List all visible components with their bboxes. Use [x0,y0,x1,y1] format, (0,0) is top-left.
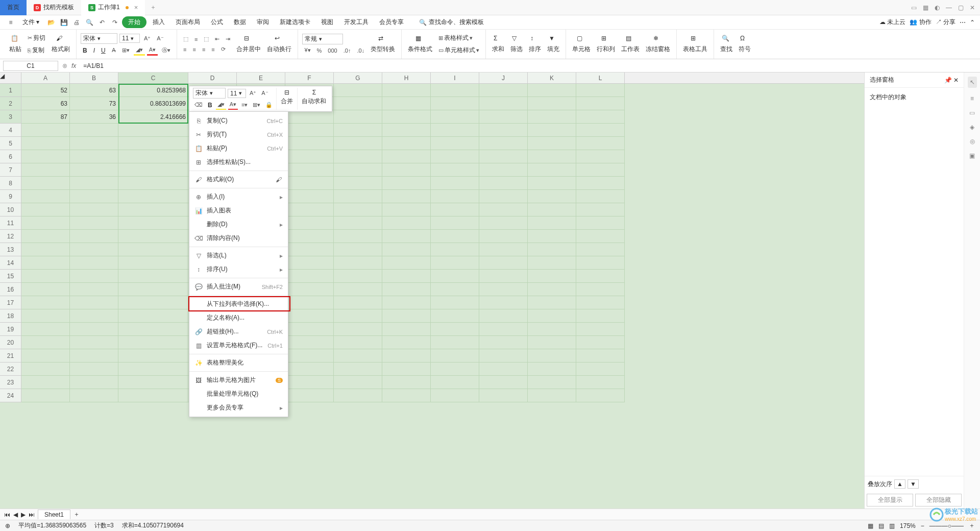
cell[interactable] [479,323,528,336]
tab-review[interactable]: 审阅 [252,16,274,28]
row-header[interactable]: 20 [0,336,21,349]
zoom-in-icon[interactable]: ＋ [969,521,975,530]
comma-icon[interactable]: 000 [326,46,339,55]
cell[interactable] [118,230,188,243]
indent-inc-icon[interactable]: ⇥ [224,35,232,43]
col-header[interactable]: I [431,73,479,83]
status-mode-icon[interactable]: ⊕ [5,522,10,529]
cell[interactable] [285,256,334,270]
cell[interactable] [285,203,334,216]
cell[interactable] [382,256,431,270]
print-icon[interactable]: 🖨 [71,17,82,28]
cell[interactable] [528,216,576,230]
cell[interactable] [118,216,188,230]
cell[interactable] [334,203,382,216]
mt-fill-icon[interactable]: ◢▾ [216,100,226,110]
cell[interactable] [576,163,625,177]
align-mid-icon[interactable]: ≡ [192,35,200,43]
tab-dev[interactable]: 开发工具 [339,16,373,28]
strike-icon[interactable]: A̶ [110,46,118,55]
cell[interactable] [528,163,576,177]
paste-button[interactable]: 📋粘贴 [7,34,23,55]
command-search[interactable]: 🔍查找命令、搜索模板 [414,16,489,28]
view-page-icon[interactable]: ▤ [878,522,884,529]
cell[interactable] [334,270,382,283]
cell[interactable] [479,97,528,110]
cell[interactable] [576,349,625,363]
rowcol-button[interactable]: ⊞行和列 [595,34,617,55]
cm-insert-chart[interactable]: 📊插入图表 [189,204,288,218]
cell[interactable] [285,137,334,150]
cell[interactable] [528,243,576,256]
cell[interactable] [70,363,118,376]
new-tab-button[interactable]: ＋ [145,3,161,12]
cell[interactable] [21,124,70,137]
cell[interactable] [382,336,431,349]
cell[interactable] [431,376,479,389]
cell[interactable] [479,190,528,203]
row-header[interactable]: 10 [0,203,21,216]
cloud-status[interactable]: ☁ 未上云 [879,18,905,27]
row-header[interactable]: 23 [0,376,21,389]
view-normal-icon[interactable]: ▦ [868,522,873,529]
first-sheet-icon[interactable]: ⏮ [4,511,10,518]
cond-format-button[interactable]: ▦条件格式 [406,34,434,55]
tab-insert[interactable]: 插入 [148,16,169,28]
cell[interactable] [528,137,576,150]
cell[interactable] [431,177,479,190]
align-top-icon[interactable]: ⬚ [181,35,190,43]
cell[interactable] [479,124,528,137]
name-box[interactable] [3,61,58,71]
cell[interactable] [70,124,118,137]
cell[interactable] [285,349,334,363]
cell[interactable] [70,270,118,283]
cell[interactable] [118,336,188,349]
cell[interactable] [334,323,382,336]
cell[interactable] [576,256,625,270]
cell[interactable] [479,110,528,124]
cell[interactable]: 63 [21,97,70,110]
cell[interactable] [576,243,625,256]
cell[interactable] [334,363,382,376]
cell[interactable] [528,190,576,203]
row-header[interactable]: 5 [0,137,21,150]
tab-templates[interactable]: D 找稻壳模板 [27,0,81,15]
cell[interactable] [528,270,576,283]
cell[interactable] [528,309,576,323]
cell-style-button[interactable]: ▭ 单元格样式▾ [436,45,481,56]
cell[interactable] [528,296,576,309]
cell[interactable] [479,243,528,256]
cell[interactable] [528,349,576,363]
sheet-grid[interactable]: ◢ABCDEFGHIJKL 152630.8253968263730.86301… [0,73,864,509]
row-header[interactable]: 11 [0,216,21,230]
cell[interactable] [382,216,431,230]
cell[interactable] [118,309,188,323]
row-header[interactable]: 22 [0,363,21,376]
cell[interactable] [479,376,528,389]
align-center-icon[interactable]: ≡ [190,45,198,54]
cell[interactable] [382,349,431,363]
cell[interactable] [334,137,382,150]
cell[interactable] [334,177,382,190]
mt-clear-icon[interactable]: ⌫ [193,101,204,109]
cell[interactable] [479,177,528,190]
cell[interactable] [118,256,188,270]
row-header[interactable]: 12 [0,230,21,243]
cell[interactable] [334,389,382,402]
cell[interactable] [118,323,188,336]
sheet-tab-1[interactable]: Sheet1 [38,510,70,519]
next-sheet-icon[interactable]: ▶ [21,511,26,518]
cm-paste-special[interactable]: ⊞选择性粘贴(S)... [189,155,288,169]
cell[interactable] [382,283,431,296]
phonetic-icon[interactable]: ⓐ▾ [160,45,173,55]
cell[interactable] [576,389,625,402]
cell[interactable] [431,230,479,243]
cell[interactable] [70,243,118,256]
cell[interactable] [431,323,479,336]
cell[interactable] [528,124,576,137]
cell[interactable] [118,203,188,216]
cell[interactable] [118,283,188,296]
font-color-icon[interactable]: A▾ [147,45,158,56]
cell[interactable] [70,376,118,389]
inc-dec-icon[interactable]: .0↑ [341,46,353,55]
